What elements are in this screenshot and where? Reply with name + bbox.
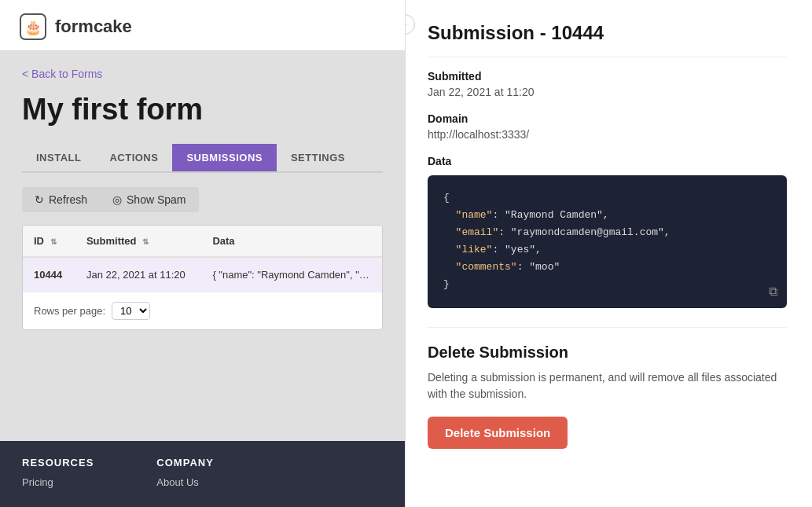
footer-link-pricing[interactable]: Pricing <box>22 476 94 488</box>
tab-settings[interactable]: SETTINGS <box>277 144 359 171</box>
footer: RESOURCES Pricing COMPANY About Us <box>0 441 405 507</box>
show-spam-label: Show Spam <box>127 193 186 206</box>
cell-submitted: Jan 22, 2021 at 11:20 <box>75 257 201 292</box>
sort-submitted-icon[interactable]: ⇅ <box>142 237 149 246</box>
refresh-button[interactable]: ↻ Refresh <box>22 187 100 212</box>
toolbar: ↻ Refresh ◎ Show Spam <box>22 187 383 212</box>
submitted-label: Submitted <box>428 70 787 83</box>
tabs: INSTALL ACTIONS SUBMISSIONS SETTINGS <box>22 144 383 173</box>
delete-section-description: Deleting a submission is permanent, and … <box>428 369 787 402</box>
submitted-value: Jan 22, 2021 at 11:20 <box>428 86 787 98</box>
back-to-forms-link[interactable]: < Back to Forms <box>22 68 102 80</box>
rows-per-page-label: Rows per page: <box>34 305 105 317</box>
header: 🎂 formcake <box>0 0 405 51</box>
table-row[interactable]: 10444 Jan 22, 2021 at 11:20 { "name": "R… <box>23 257 382 292</box>
delete-section: Delete Submission Deleting a submission … <box>428 327 787 449</box>
tab-submissions[interactable]: SUBMISSIONS <box>172 144 277 171</box>
domain-value: http://localhost:3333/ <box>428 128 787 141</box>
refresh-label: Refresh <box>49 193 87 206</box>
content-area: < Back to Forms My first form INSTALL AC… <box>0 51 405 441</box>
submission-title: Submission - 10444 <box>428 22 787 57</box>
submitted-section: Submitted Jan 22, 2021 at 11:20 <box>428 70 787 98</box>
submissions-table: ID ⇅ Submitted ⇅ Data 10444 <box>23 226 382 292</box>
sort-id-icon[interactable]: ⇅ <box>50 237 57 246</box>
footer-company: COMPANY About Us <box>156 457 213 491</box>
tab-install[interactable]: INSTALL <box>22 144 95 171</box>
code-block: { "name": "Raymond Camden", "email": "ra… <box>428 175 787 308</box>
svg-text:🎂: 🎂 <box>24 19 42 36</box>
right-panel: › Submission - 10444 Submitted Jan 22, 2… <box>405 0 812 507</box>
show-spam-button[interactable]: ◎ Show Spam <box>100 187 198 212</box>
copy-code-button[interactable]: ⧉ <box>769 285 777 299</box>
collapse-panel-button[interactable]: › <box>405 14 415 35</box>
domain-label: Domain <box>428 112 787 125</box>
refresh-icon: ↻ <box>35 193 44 206</box>
form-title: My first form <box>22 93 383 127</box>
pagination-row: Rows per page: 10 25 50 <box>23 292 382 329</box>
footer-resources-heading: RESOURCES <box>22 457 94 468</box>
logo-icon: 🎂 <box>19 13 47 41</box>
footer-link-about[interactable]: About Us <box>156 476 213 488</box>
rows-per-page-select[interactable]: 10 25 50 <box>112 302 150 320</box>
delete-submission-button[interactable]: Delete Submission <box>428 417 568 449</box>
left-panel: 🎂 formcake < Back to Forms My first form… <box>0 0 405 507</box>
data-section: Data { "name": "Raymond Camden", "email"… <box>428 155 787 327</box>
tab-actions[interactable]: ACTIONS <box>95 144 172 171</box>
logo-text: formcake <box>55 17 132 37</box>
footer-resources: RESOURCES Pricing <box>22 457 94 491</box>
col-data: Data <box>201 226 382 257</box>
cell-id: 10444 <box>23 257 75 292</box>
data-label: Data <box>428 155 787 167</box>
spam-icon: ◎ <box>112 193 122 206</box>
submissions-table-container: ID ⇅ Submitted ⇅ Data 10444 <box>22 225 383 330</box>
col-id: ID ⇅ <box>23 226 75 257</box>
col-submitted: Submitted ⇅ <box>75 226 201 257</box>
footer-company-heading: COMPANY <box>156 457 213 468</box>
delete-section-title: Delete Submission <box>428 344 787 362</box>
code-content: { "name": "Raymond Camden", "email": "ra… <box>443 189 771 294</box>
cell-data: { "name": "Raymond Camden", "ema... "com… <box>201 257 382 292</box>
table-header-row: ID ⇅ Submitted ⇅ Data <box>23 226 382 257</box>
domain-section: Domain http://localhost:3333/ <box>428 112 787 141</box>
